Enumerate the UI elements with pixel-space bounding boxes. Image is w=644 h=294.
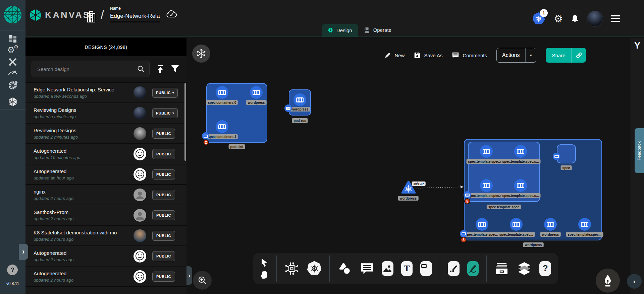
image-tool[interactable]: [382, 261, 393, 276]
copy-link-button[interactable]: [572, 52, 586, 59]
node-label: spec.template.spec...: [464, 232, 501, 237]
sidebar-item-extensions[interactable]: [7, 80, 18, 90]
design-list-item-partial[interactable]: [25, 286, 186, 294]
search-icon[interactable]: [137, 65, 145, 73]
pan-tool[interactable]: [260, 270, 269, 279]
spec-node[interactable]: [557, 144, 576, 163]
design-list-item[interactable]: Autogenerated updated 2 hours ago PUBLIC: [25, 266, 186, 286]
whiteboard-pen-button[interactable]: [596, 269, 620, 293]
kubernetes-tool[interactable]: [307, 261, 322, 276]
design-list-item[interactable]: Reviewing Designs updated a minute ago P…: [25, 102, 186, 123]
share-button[interactable]: Share: [546, 48, 586, 63]
comments-button[interactable]: Comments: [452, 52, 487, 59]
sidebar-item-dashboard[interactable]: [7, 33, 18, 44]
visibility-badge[interactable]: PUBLIC: [152, 129, 175, 139]
container-node[interactable]: [544, 218, 557, 231]
design-list-item[interactable]: K8 Statefulset demonstration with mo upd…: [25, 225, 186, 245]
design-list-item[interactable]: nginx updated 2 hours ago PUBLIC: [25, 184, 186, 205]
spec-template-spec-group[interactable]: [468, 142, 540, 202]
visibility-badge[interactable]: PUBLIC: [152, 149, 175, 159]
menu-button[interactable]: [611, 15, 620, 22]
caret-down-icon[interactable]: ▾: [526, 53, 536, 58]
save-as-button[interactable]: Save As: [414, 52, 442, 59]
visibility-badge[interactable]: PUBLIC: [152, 169, 175, 179]
design-list-item[interactable]: Autogenerated updated 2 hours ago PUBLIC: [25, 245, 186, 266]
pod-icon[interactable]: [202, 132, 209, 140]
actions-dropdown[interactable]: Actions ▾: [496, 48, 537, 63]
container-node[interactable]: [250, 86, 263, 99]
container-node[interactable]: [514, 179, 527, 192]
user-avatar[interactable]: [587, 11, 603, 27]
sidebar-item-configuration[interactable]: [7, 57, 18, 67]
deployment-icon[interactable]: [460, 230, 467, 237]
new-design-button[interactable]: New: [384, 52, 405, 59]
meshery-logo[interactable]: [3, 5, 22, 24]
expand-sidebar-button[interactable]: ›: [19, 244, 28, 260]
container-node[interactable]: [216, 120, 228, 133]
frame-tool[interactable]: [420, 261, 432, 276]
components-tool[interactable]: [284, 261, 299, 276]
saved-components-tool[interactable]: [494, 262, 509, 275]
error-badge[interactable]: 2: [203, 139, 209, 145]
help-button[interactable]: ?: [7, 265, 18, 275]
container-node[interactable]: [578, 218, 591, 231]
sidebar-item-lifecycle[interactable]: ⚙ ⚙: [7, 45, 18, 56]
container-node[interactable]: [510, 218, 523, 231]
visibility-badge[interactable]: PUBLIC: [152, 251, 175, 261]
collapse-designs-panel-button[interactable]: ‹: [186, 266, 192, 285]
text-tool[interactable]: T: [401, 261, 413, 276]
design-canvas[interactable]: New Save As Comments Actions ▾ Share: [186, 38, 630, 294]
search-input[interactable]: [37, 66, 137, 72]
context-count-badge: 1: [540, 9, 548, 17]
layers-tool[interactable]: [517, 262, 532, 276]
meshsync-snowflake-button[interactable]: [192, 45, 210, 63]
visibility-select[interactable]: PUBLIC▾: [152, 88, 178, 98]
visibility-badge[interactable]: PUBLIC: [152, 231, 175, 241]
pod-icon[interactable]: [284, 104, 292, 112]
kanvas-brand[interactable]: KANVAS: [30, 9, 91, 21]
design-list-item[interactable]: Santhosh-Prom updated 2 hours ago PUBLIC: [25, 205, 186, 225]
freehand-draw-tool[interactable]: [467, 261, 479, 276]
k8s-context-switcher[interactable]: 1: [532, 12, 546, 26]
notifications-button[interactable]: [571, 14, 579, 23]
import-design-button[interactable]: [156, 64, 165, 75]
visibility-badge[interactable]: PUBLIC: [152, 210, 175, 220]
design-list-item[interactable]: Autogenerated updated 10 minutes ago PUB…: [25, 143, 186, 164]
visibility-badge[interactable]: PUBLIC: [152, 190, 175, 200]
container-node[interactable]: [480, 179, 493, 192]
design-name-input[interactable]: [110, 12, 160, 22]
sidebar-item-kanvas[interactable]: [7, 96, 18, 107]
pod-icon[interactable]: [464, 191, 471, 199]
organization-icon[interactable]: [86, 11, 96, 24]
container-node[interactable]: [480, 145, 493, 158]
design-list-item[interactable]: Edge-Network-Relationship: Service updat…: [25, 82, 186, 102]
container-node[interactable]: [293, 93, 306, 106]
container-node[interactable]: [476, 218, 488, 231]
tab-operate[interactable]: Operate: [358, 23, 397, 36]
visibility-badge[interactable]: PUBLIC: [152, 272, 175, 282]
sidebar-item-performance[interactable]: [7, 67, 18, 78]
pen-tool[interactable]: [448, 261, 460, 276]
feedback-button[interactable]: Feedback: [635, 128, 644, 173]
visibility-select[interactable]: PUBLIC▾: [152, 108, 178, 118]
comment-tool[interactable]: [360, 262, 374, 275]
select-tool[interactable]: [260, 258, 269, 267]
design-list-item[interactable]: Autogenerated updated an hour ago PUBLIC: [25, 164, 186, 184]
pod-icon[interactable]: [553, 153, 560, 160]
container-node[interactable]: [216, 86, 228, 99]
settings-button[interactable]: ⚙: [554, 14, 563, 24]
operate-headset-icon: [364, 26, 370, 33]
shapes-tool[interactable]: [337, 262, 352, 275]
visibility-label: PUBLIC: [156, 193, 171, 197]
design-list-item[interactable]: Reviewing Designs updated 2 minutes ago …: [25, 123, 186, 143]
validate-tool[interactable]: Y: [630, 41, 644, 51]
zoom-in-button[interactable]: [193, 271, 212, 290]
help-tool[interactable]: ?: [539, 261, 551, 276]
list-scrollbar[interactable]: [184, 83, 186, 161]
error-badge[interactable]: 3: [461, 237, 467, 243]
error-badge[interactable]: 5: [464, 198, 470, 204]
filter-designs-button[interactable]: [170, 64, 180, 74]
container-node[interactable]: [514, 145, 527, 158]
tab-design[interactable]: Design: [322, 24, 358, 36]
collapse-right-panel-button[interactable]: ‹: [627, 274, 642, 289]
